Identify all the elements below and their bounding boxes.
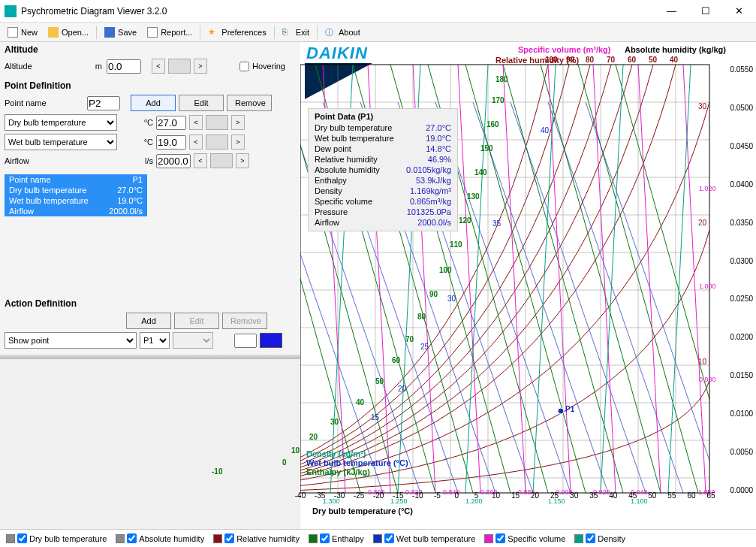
legend-den[interactable]: Density (574, 533, 625, 543)
new-button[interactable]: New (5, 26, 41, 39)
close-button[interactable]: ✕ (722, 0, 756, 23)
point-data-panel: Point Data (P1) Dry bulb temperature27.0… (308, 108, 458, 231)
app-icon (5, 5, 17, 17)
pointdata-row: Enthalpy53.9kJ/kg (315, 175, 451, 186)
wet-unit: °C (120, 138, 153, 147)
svg-line-27 (548, 65, 571, 493)
svg-line-30 (683, 65, 706, 493)
left-panel: Altitude Altitude m < > Hovering Point D… (0, 42, 300, 359)
p1-label: P1 (565, 405, 574, 413)
svg-point-59 (558, 408, 564, 414)
pointdata-row: Relative humidity46.9% (315, 154, 451, 165)
air-inc[interactable]: > (236, 153, 249, 168)
pointdef-heading: Point Definition (0, 78, 300, 93)
wet-slider[interactable] (206, 134, 228, 150)
action-add-button[interactable]: Add (126, 313, 171, 329)
wet-dec[interactable]: < (189, 134, 203, 150)
action-value-input[interactable] (234, 334, 257, 348)
list-item: Point nameP1 (5, 174, 147, 185)
legend-abs[interactable]: Absolute humidity (116, 533, 204, 543)
dry-input[interactable] (156, 116, 186, 130)
pointname-label: Point name (5, 98, 84, 107)
pointdata-row: Dew point14.8°C (315, 144, 451, 154)
divider (0, 355, 300, 359)
wet-inc[interactable]: > (231, 134, 245, 150)
airflow-label: Airflow (5, 156, 84, 165)
point-list[interactable]: Point nameP1 Dry bulb temperature27.0°C … (5, 174, 147, 216)
legend-sv[interactable]: Specific volume (484, 533, 565, 543)
pointdata-row: Pressure101325.0Pa (315, 207, 451, 217)
x-axis: -40-35-30-25-20-15-10-505101520253035404… (300, 491, 711, 503)
star-icon: ★ (208, 27, 218, 38)
save-button[interactable]: Save (101, 26, 140, 39)
action-edit-button[interactable]: Edit (174, 313, 219, 329)
action-color-swatch[interactable] (260, 333, 282, 348)
altitude-dec[interactable]: < (152, 59, 165, 74)
action-target-select[interactable]: P1 (140, 332, 170, 349)
altitude-slider[interactable] (168, 59, 191, 74)
x-axis-label: Dry bulb temperature (°C) (312, 506, 413, 515)
chart-area: DAIKIN Specific volume (m³/kg) Absolute … (300, 42, 756, 529)
altitude-inc[interactable]: > (194, 59, 207, 74)
wet-param-select[interactable]: Wet bulb temperature (5, 134, 117, 150)
legend-dry[interactable]: Dry bulb temperature (6, 533, 107, 543)
y-axis: 0.05500.05000.04500.04000.03500.03000.02… (715, 69, 753, 490)
hovering-checkbox[interactable] (239, 62, 249, 71)
point-edit-button[interactable]: Edit (179, 95, 224, 111)
exit-icon: ⎘ (282, 27, 293, 38)
pointname-input[interactable] (87, 96, 120, 110)
disk-icon (104, 27, 115, 38)
maximize-button[interactable]: ☐ (688, 0, 722, 23)
dry-param-select[interactable]: Dry bulb temperature (5, 114, 117, 131)
air-slider[interactable] (210, 153, 233, 168)
point-remove-button[interactable]: Remove (227, 95, 272, 111)
dry-inc[interactable]: > (231, 115, 245, 130)
legend-wet[interactable]: Wet bulb temperature (373, 533, 476, 543)
pointdata-title: Point Data (P1) (315, 112, 451, 121)
dry-unit: °C (120, 118, 153, 127)
action-extra-select[interactable] (173, 332, 213, 349)
action-remove-button[interactable]: Remove (222, 313, 267, 329)
hovering-label: Hovering (252, 62, 285, 71)
altitude-unit: m (87, 62, 102, 71)
open-button[interactable]: Open... (45, 26, 92, 39)
titlebar: Psychrometric Diagram Viewer 3.2.0 — ☐ ✕ (0, 0, 756, 23)
action-type-select[interactable]: Show point (5, 332, 137, 349)
exit-button[interactable]: ⎘Exit (279, 26, 312, 39)
pointdata-row: Airflow2000.0l/s (315, 217, 451, 228)
airflow-input[interactable] (156, 154, 191, 168)
list-item: Airflow2000.0l/s (5, 206, 147, 216)
altitude-input[interactable] (107, 59, 141, 74)
legend-bar: Dry bulb temperature Absolute humidity R… (0, 529, 756, 547)
dry-slider[interactable] (206, 115, 228, 130)
pointdata-row: Density1.169kg/m³ (315, 186, 451, 196)
list-item: Wet bulb temperature19.0°C (5, 195, 147, 206)
report-icon (147, 27, 158, 38)
pointdata-row: Dry bulb temperature27.0°C (315, 122, 451, 133)
folder-icon (48, 27, 59, 38)
pointdata-row: Wet bulb temperature19.0°C (315, 133, 451, 144)
report-button[interactable]: Report... (144, 26, 195, 39)
toolbar: New Open... Save Report... ★Preferences … (0, 23, 756, 42)
altitude-heading: Altitude (0, 42, 300, 57)
legend-rh[interactable]: Relative humidity (213, 533, 300, 543)
preferences-button[interactable]: ★Preferences (205, 26, 269, 39)
list-item: Dry bulb temperature27.0°C (5, 185, 147, 195)
point-add-button[interactable]: Add (131, 95, 176, 111)
pointdata-row: Specific volume0.865m³/kg (315, 196, 451, 207)
actiondef-heading: Action Definition (0, 296, 300, 311)
pointdata-row: Absolute humidity0.0105kg/kg (315, 165, 451, 175)
minimize-button[interactable]: — (655, 0, 688, 23)
wet-input[interactable] (156, 135, 186, 150)
about-button[interactable]: ⓘAbout (322, 26, 363, 39)
side-axis-labels: Density (kg/m³) Wet bulb temperature (°C… (306, 449, 408, 476)
dry-dec[interactable]: < (189, 115, 203, 130)
window-title: Psychrometric Diagram Viewer 3.2.0 (21, 6, 655, 17)
air-dec[interactable]: < (194, 153, 207, 168)
info-icon: ⓘ (325, 27, 336, 38)
svg-line-29 (638, 65, 661, 493)
legend-ent[interactable]: Enthalpy (309, 533, 364, 543)
file-icon (8, 27, 18, 38)
altitude-label: Altitude (5, 62, 84, 71)
svg-line-36 (668, 65, 691, 493)
